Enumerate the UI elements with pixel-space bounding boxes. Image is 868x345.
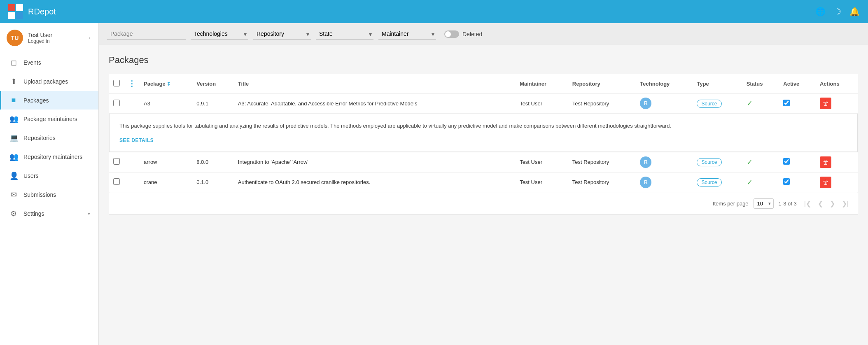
user-section: TU Test User Logged in → [0,23,98,53]
row-version: 8.0.0 [192,152,234,172]
delete-button[interactable]: 🗑 [820,177,831,188]
last-page-button[interactable]: ❯| [839,198,851,209]
logout-icon[interactable]: → [84,34,92,42]
row-status: ✓ [742,152,779,172]
row-maintainer: Test User [516,93,568,114]
row-type: Source [693,172,742,192]
user-info: Test User Logged in [28,32,79,44]
type-badge: Source [697,158,721,166]
row-maintainer: Test User [516,172,568,192]
type-col-header: Type [693,74,742,93]
sidebar-item-users[interactable]: 👤 Users [0,166,98,185]
row-active [779,152,816,172]
row-version: 0.1.0 [192,172,234,192]
items-per-page-select-wrap: 10 25 50 [754,198,774,209]
row-active-checkbox[interactable] [783,158,790,165]
pagination-nav: |❮ ❮ ❯ ❯| [802,198,851,209]
status-accepted-icon: ✓ [747,99,753,107]
sidebar-item-repository-maintainers[interactable]: 👥 Repository maintainers [0,147,98,166]
see-details-button[interactable]: SEE DETAILS [119,138,154,143]
items-per-page-select[interactable]: 10 25 50 [754,199,773,208]
row-checkbox-cell [109,172,124,192]
app-title: RDepot [28,7,56,16]
sidebar-item-events[interactable]: ◻ Events [0,53,98,72]
row-technology: R [636,172,693,192]
topbar-right: 🌐 ☽ 🔔 [815,7,860,16]
deleted-label: Deleted [462,31,482,37]
table-row: A3 0.9.1 A3: Accurate, Adaptable, and Ac… [109,93,858,114]
notifications-icon[interactable]: 🔔 [849,7,860,16]
dark-mode-icon[interactable]: ☽ [834,7,841,16]
delete-button[interactable]: 🗑 [820,98,831,109]
technology-badge: R [640,177,651,188]
row-checkbox-crane[interactable] [113,178,120,185]
svg-rect-0 [8,4,15,11]
sidebar-item-upload[interactable]: ⬆ Upload packages [0,72,98,91]
row-title: Authenticate to OAuth 2.0 secured cranli… [234,172,516,192]
column-options-icon[interactable]: ⋮ [128,79,135,88]
row-checkbox-a3[interactable] [113,100,120,106]
table-row: crane 0.1.0 Authenticate to OAuth 2.0 se… [109,172,858,192]
state-filter[interactable]: State [316,28,373,40]
row-active [779,172,816,192]
row-active [779,93,816,114]
package-description-panel: This package supplies tools for tabulati… [109,114,858,152]
sort-icon[interactable]: ↧ [167,82,170,86]
technology-badge: R [640,156,651,168]
technology-col-header: Technology [636,74,693,93]
options-col: ⋮ [124,74,140,93]
row-active-checkbox[interactable] [783,100,790,106]
sidebar-item-package-maintainers[interactable]: 👥 Package maintainers [0,110,98,128]
first-page-button[interactable]: |❮ [802,198,814,209]
active-col-header: Active [779,74,816,93]
maintainer-filter[interactable]: Maintainer [378,28,436,40]
type-badge: Source [697,100,721,108]
repo-maintainers-icon: 👥 [9,152,18,161]
user-status: Logged in [28,38,79,44]
row-status: ✓ [742,93,779,114]
table-header-row: ⋮ Package ↧ Version Title Maintainer Rep… [109,74,858,93]
sidebar-item-settings[interactable]: ⚙ Settings ▾ [0,204,98,223]
deleted-switch[interactable] [444,30,459,38]
row-repository: Test Repository [568,152,636,172]
row-package-name: A3 [140,93,192,114]
deleted-toggle[interactable]: Deleted [444,30,482,38]
title-col-header: Title [234,74,516,93]
row-technology: R [636,93,693,114]
sidebar-item-repositories[interactable]: 💻 Repositories [0,128,98,147]
repository-filter[interactable]: Repository [253,28,311,40]
next-page-button[interactable]: ❯ [827,198,838,209]
packages-content: Packages ⋮ Package ↧ Version Title [99,45,868,221]
row-active-checkbox[interactable] [783,178,790,185]
svg-rect-3 [16,12,23,19]
sidebar-item-packages[interactable]: ■ Packages [0,91,98,110]
table-row: arrow 8.0.0 Integration to 'Apache' 'Arr… [109,152,858,172]
row-type: Source [693,93,742,114]
row-checkbox-arrow[interactable] [113,158,120,165]
sidebar-item-label: Upload packages [23,78,90,85]
page-title: Packages [109,55,858,65]
users-icon: 👤 [9,171,18,180]
settings-icon: ⚙ [9,209,18,218]
translate-icon[interactable]: 🌐 [815,7,826,16]
row-actions: 🗑 [816,93,858,114]
sidebar: TU Test User Logged in → ◻ Events ⬆ Uplo… [0,23,99,345]
package-col-header: Package ↧ [140,74,192,93]
delete-button[interactable]: 🗑 [820,156,831,168]
repository-col-header: Repository [568,74,636,93]
sidebar-item-label: Repository maintainers [23,154,90,160]
package-filter-input[interactable] [107,28,186,40]
sidebar-item-label: Settings [23,210,82,217]
technologies-filter[interactable]: Technologies [191,28,248,40]
select-all-checkbox[interactable] [113,80,120,86]
row-maintainer: Test User [516,152,568,172]
submissions-icon: ✉ [9,190,18,199]
package-maintainers-icon: 👥 [9,114,18,124]
items-per-page-label: Items per page [713,200,749,207]
status-accepted-icon: ✓ [747,178,753,186]
avatar: TU [7,30,23,46]
table-body: A3 0.9.1 A3: Accurate, Adaptable, and Ac… [109,93,858,193]
row-repository: Test Repository [568,172,636,192]
sidebar-item-submissions[interactable]: ✉ Submissions [0,185,98,204]
prev-page-button[interactable]: ❮ [815,198,826,209]
